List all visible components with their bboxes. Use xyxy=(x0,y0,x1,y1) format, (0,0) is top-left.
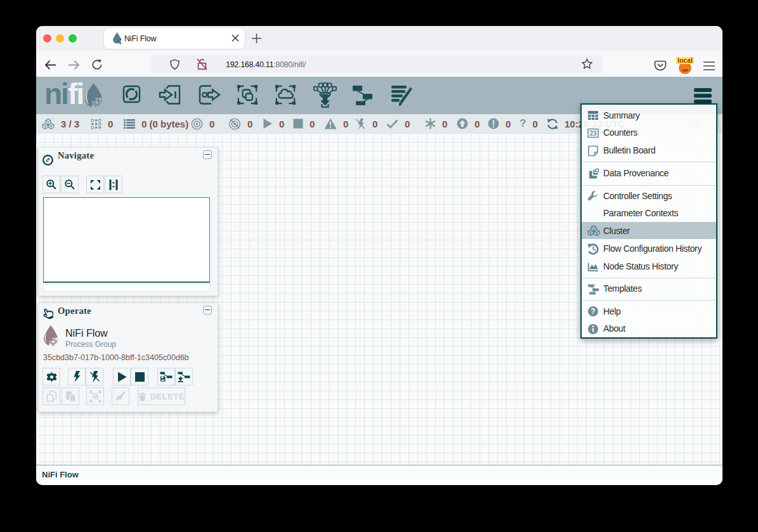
svg-text:?: ? xyxy=(591,307,595,316)
svg-text:23: 23 xyxy=(589,129,597,136)
